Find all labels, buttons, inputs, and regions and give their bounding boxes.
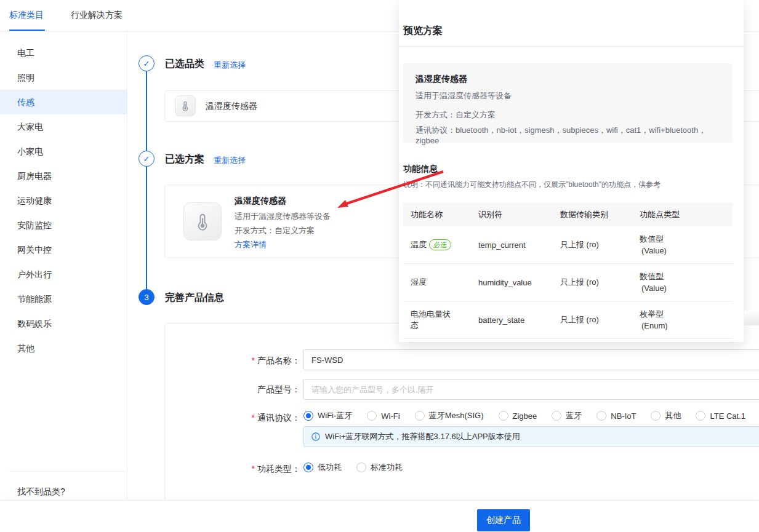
tab-industry-solution[interactable]: 行业解决方案 (71, 10, 122, 21)
product-info-form: *产品名称： 产品型号： *通讯协议： WiFi-蓝牙 Wi-Fi 蓝牙Mesh… (164, 323, 759, 501)
product-model-input[interactable] (303, 379, 759, 400)
cell-point-type: 枚举型(Enum) (632, 308, 733, 332)
cell-identifier: humidity_value (471, 278, 553, 287)
sidebar-item-small-appliance[interactable]: 小家电 (0, 139, 127, 164)
type-code: (Value) (640, 245, 733, 256)
cell-point-type: 数值型(Value) (632, 271, 733, 294)
cell-identifier: battery_state (471, 316, 553, 325)
power-type-radio-group: 低功耗 标准功耗 (303, 462, 403, 473)
sidebar-item-sport-health[interactable]: 运动健康 (0, 188, 127, 213)
page-edge-fragment (744, 311, 759, 325)
protocol-radio-group: WiFi-蓝牙 Wi-Fi 蓝牙Mesh(SIG) Zigbee 蓝牙 NB-I… (303, 410, 745, 421)
step1-check-icon: ✓ (139, 55, 155, 71)
radio-icon (415, 411, 425, 421)
label-text: 功耗类型： (257, 464, 300, 474)
preview-protocols: 通讯协议：bluetooth，nb-iot，sigmesh，subpieces，… (416, 125, 720, 145)
required-badge: 必选 (429, 239, 451, 250)
type-name: 枚举型 (640, 308, 733, 320)
col-identifier: 识别符 (471, 209, 553, 220)
cell-transfer-type: 只上报 (ro) (553, 239, 632, 250)
sidebar-footer: 找不到品类? (9, 471, 126, 498)
power-option-standard[interactable]: 标准功耗 (356, 462, 403, 473)
radio-icon (651, 411, 661, 421)
radio-label: WiFi-蓝牙 (318, 410, 352, 421)
type-name: 数值型 (640, 233, 733, 245)
solution-name: 温湿度传感器 (235, 196, 286, 207)
type-code: (Enum) (640, 320, 733, 332)
radio-label: 蓝牙 (566, 410, 582, 421)
solution-dev-mode: 开发方式：自定义方案 (235, 225, 315, 236)
protocol-label: *通讯协议： (177, 413, 300, 424)
protocol-hint-text: WiFi+蓝牙联网方式，推荐搭配3.17.6以上APP版本使用 (325, 431, 520, 442)
radio-icon (356, 463, 366, 472)
category-sidebar: 电工 照明 传感 大家电 小家电 厨房电器 运动健康 安防监控 网关中控 户外出… (0, 32, 127, 500)
step1-reselect-link[interactable]: 重新选择 (214, 60, 246, 71)
col-transfer-type: 数据传输类别 (553, 209, 632, 220)
table-row: 电池电量状态 battery_state 只上报 (ro) 枚举型(Enum) (403, 301, 733, 339)
protocol-hint-alert: WiFi+蓝牙联网方式，推荐搭配3.17.6以上APP版本使用 (303, 426, 759, 447)
required-mark: * (252, 355, 255, 365)
label-text: 产品型号： (257, 384, 300, 394)
cell-function-name: 湿度 (403, 277, 471, 288)
thermometer-icon (183, 202, 222, 240)
protocol-option-bt-mesh[interactable]: 蓝牙Mesh(SIG) (415, 410, 484, 421)
power-option-low[interactable]: 低功耗 (303, 462, 342, 473)
preview-info-box: 温湿度传感器 适用于温湿度传感器等设备 开发方式：自定义方案 通讯协议：blue… (403, 63, 733, 143)
sidebar-item-others[interactable]: 其他 (0, 336, 127, 360)
selected-category-name: 温湿度传感器 (206, 91, 257, 121)
col-function-name: 功能名称 (403, 209, 471, 220)
page-footer: 创建产品 (0, 500, 759, 532)
protocol-option-nbiot[interactable]: NB-IoT (596, 411, 636, 421)
radio-icon (367, 411, 377, 421)
protocol-option-other[interactable]: 其他 (651, 410, 681, 421)
power-type-label: *功耗类型： (177, 464, 300, 475)
step2-reselect-link[interactable]: 重新选择 (214, 155, 246, 166)
protocol-option-lte-cat1[interactable]: LTE Cat.1 (696, 411, 745, 421)
preview-solution-desc: 适用于温湿度传感器等设备 (416, 90, 720, 101)
cannot-find-category-link[interactable]: 找不到品类? (17, 486, 65, 496)
sidebar-item-lighting[interactable]: 照明 (0, 65, 127, 90)
function-name: 温度 (411, 239, 427, 250)
info-icon (311, 432, 320, 441)
radio-icon (499, 411, 508, 421)
type-name: 数值型 (640, 271, 733, 282)
label-text: 产品名称： (257, 355, 300, 365)
product-name-label: *产品名称： (177, 355, 300, 367)
create-product-button[interactable]: 创建产品 (477, 509, 530, 531)
cell-transfer-type: 只上报 (ro) (553, 314, 632, 325)
sidebar-item-energy-saving[interactable]: 节能能源 (0, 287, 127, 311)
table-header-row: 功能名称 识别符 数据传输类别 功能点类型 (403, 203, 733, 226)
sidebar-item-electrical[interactable]: 电工 (0, 41, 127, 65)
cell-point-type: 数值型(Value) (632, 233, 733, 256)
sidebar-item-kitchen-appliance[interactable]: 厨房电器 (0, 164, 127, 188)
tab-standard-category[interactable]: 标准类目 (9, 10, 44, 21)
table-row: 湿度 humidity_value 只上报 (ro) 数值型(Value) (403, 264, 733, 301)
radio-label: 低功耗 (318, 462, 342, 473)
protocol-option-wifi-bt[interactable]: WiFi-蓝牙 (303, 410, 352, 421)
sidebar-item-sensor[interactable]: 传感 (0, 90, 127, 114)
protocol-option-wifi[interactable]: Wi-Fi (367, 411, 400, 421)
radio-label: LTE Cat.1 (710, 411, 745, 421)
product-name-input[interactable] (303, 349, 759, 370)
sidebar-item-large-appliance[interactable]: 大家电 (0, 114, 127, 139)
preview-solution-drawer: 预览方案 温湿度传感器 适用于温湿度传感器等设备 开发方式：自定义方案 通讯协议… (399, 0, 744, 342)
solution-description: 适用于温湿度传感器等设备 (235, 211, 331, 222)
product-model-label: 产品型号： (177, 384, 300, 395)
active-tab-underline (9, 30, 45, 31)
step2-check-icon: ✓ (139, 151, 155, 167)
sidebar-item-gateway-control[interactable]: 网关中控 (0, 237, 127, 262)
sidebar-item-outdoor-travel[interactable]: 户外出行 (0, 262, 127, 287)
sidebar-item-security-monitor[interactable]: 安防监控 (0, 213, 127, 237)
step3-number-badge: 3 (139, 289, 155, 305)
radio-label: 标准功耗 (371, 462, 403, 473)
function-info-note: 说明：不同通讯能力可能支持功能点不同，仅展示"bluetooth"的功能点，供参… (403, 180, 661, 190)
radio-checked-icon (303, 411, 313, 421)
sidebar-item-digital-entertainment[interactable]: 数码娱乐 (0, 311, 127, 336)
label-text: 通讯协议： (257, 413, 300, 423)
protocol-option-zigbee[interactable]: Zigbee (499, 411, 537, 421)
radio-label: Wi-Fi (381, 411, 400, 421)
solution-detail-link[interactable]: 方案详情 (235, 239, 267, 250)
step2-title: 已选方案 (165, 153, 204, 166)
protocol-option-bluetooth[interactable]: 蓝牙 (552, 410, 582, 421)
preview-solution-name: 温湿度传感器 (416, 74, 720, 85)
